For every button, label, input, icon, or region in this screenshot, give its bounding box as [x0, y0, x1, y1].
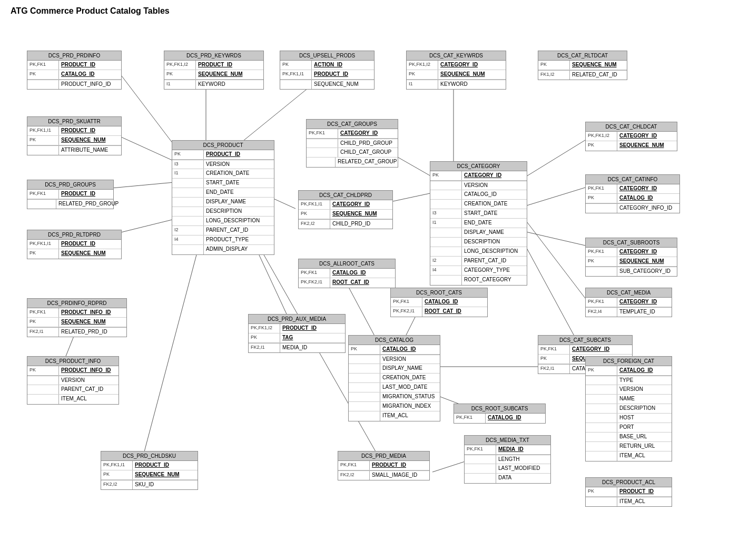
table-dcs-prd-chldsku: DCS_PRD_CHLDSKU PK,FK1,I1 PRODUCT_ID PK …: [101, 451, 198, 490]
table-dcs-cat-subroots: DCS_CAT_SUBROOTS PK,FK1 CATEGORY_ID PK S…: [585, 238, 677, 277]
table-header: DCS_PRD_CHLDSKU: [101, 451, 198, 461]
table-header: DCS_PRD_SKUATTR: [27, 117, 121, 126]
table-header: DCS_CAT_CHLDPRD: [299, 191, 392, 200]
svg-line-22: [142, 219, 206, 461]
table-header: DCS_CATALOG: [349, 336, 440, 345]
table-dcs-cat-chldcat: DCS_CAT_CHLDCAT PK,FK1,I2 CATEGORY_ID PK…: [585, 122, 677, 151]
table-dcs-cat-rltdcat: DCS_CAT_RLTDCAT PK SEQUENCE_NUM FK1,I2 R…: [538, 51, 627, 80]
table-dcs-cat-catinfo: DCS_CAT_CATINFO PK,FK1 CATEGORY_ID PK CA…: [585, 174, 680, 213]
table-dcs-cat-groups: DCS_CAT_GROUPS PK,FK1 CATEGORY_ID CHILD_…: [306, 119, 398, 168]
table-header: DCS_PRD_AUX_MEDIA: [249, 315, 345, 324]
table-dcs-prd-aux-media: DCS_PRD_AUX_MEDIA PK,FK1,I2 PRODUCT_ID P…: [248, 314, 346, 353]
table-header: DCS_ROOT_CATS: [391, 288, 487, 298]
table-header: DCS_CAT_MEDIA: [586, 288, 672, 298]
table-header: DCS_UPSELL_PRODS: [280, 51, 374, 61]
table-header: DCS_CAT_SUBROOTS: [586, 238, 677, 248]
table-dcs-cat-media: DCS_CAT_MEDIA PK,FK1 CATEGORY_ID FK2,I4 …: [585, 288, 672, 317]
table-dcs-prdinfo-rdprd: DCS_PRDINFO_RDPRD PK,FK1 PRODUCT_INFO_ID…: [27, 298, 127, 337]
table-header: DCS_CAT_CHLDCAT: [586, 122, 677, 132]
table-header: DCS_PRD_KEYWRDS: [164, 51, 263, 61]
table-header: DCS_MEDIA_TXT: [465, 436, 550, 445]
table-dcs-cat-chldprd: DCS_CAT_CHLDPRD PK,FK1,I1 CATEGORY_ID PK…: [298, 190, 393, 229]
table-dcs-prd-prdinfo: DCS_PRD_PRDINFO PK,FK1 PRODUCT_ID PK CAT…: [27, 51, 122, 90]
table-header: DCS_PRODUCT_ACL: [586, 478, 672, 487]
table-header: DCS_CAT_GROUPS: [307, 120, 398, 129]
table-dcs-product: DCS_PRODUCT PK PRODUCT_ID I3 VERSION I1 …: [172, 140, 274, 255]
table-dcs-prd-rltdprd: DCS_PRD_RLTDPRD PK,FK1,I1 PRODUCT_ID PK …: [27, 230, 122, 259]
table-dcs-prd-keywrds: DCS_PRD_KEYWRDS PK,FK1,I2 PRODUCT_ID PK …: [164, 51, 264, 90]
table-header: DCS_CAT_RLTDCAT: [538, 51, 627, 61]
table-dcs-foreign-cat: DCS_FOREIGN_CAT PK CATALOG_ID TYPE VERSI…: [585, 356, 672, 461]
table-header: DCS_PRODUCT: [172, 141, 274, 150]
table-header: DCS_CAT_KEYWRDS: [407, 51, 506, 61]
table-header: DCS_CAT_SUBCATS: [538, 336, 632, 345]
table-dcs-product-acl: DCS_PRODUCT_ACL PK PRODUCT_ID ITEM_ACL: [585, 477, 672, 507]
table-header: DCS_PRD_RLTDPRD: [27, 230, 121, 240]
table-dcs-upsell-prods: DCS_UPSELL_PRODS PK ACTION_ID PK,FK1,I1 …: [280, 51, 374, 90]
table-header: DCS_FOREIGN_CAT: [586, 357, 672, 366]
table-dcs-prd-skuattr: DCS_PRD_SKUATTR PK,FK1,I1 PRODUCT_ID PK …: [27, 116, 122, 155]
table-header: DCS_CAT_CATINFO: [586, 175, 679, 184]
table-dcs-prd-groups: DCS_PRD_GROUPS PK,FK1 PRODUCT_ID RELATED…: [27, 180, 114, 209]
table-dcs-category: DCS_CATEGORY PK CATEGORY_ID VERSION CATA…: [430, 161, 527, 286]
table-dcs-catalog: DCS_CATALOG PK CATALOG_ID VERSION DISPLA…: [348, 335, 440, 421]
table-header: DCS_PRODUCT_INFO: [27, 357, 119, 366]
svg-line-3: [116, 135, 174, 161]
table-header: DCS_ROOT_SUBCATS: [454, 404, 545, 414]
table-dcs-root-cats: DCS_ROOT_CATS PK,FK1 CATALOG_ID PK,FK2,I…: [390, 288, 488, 317]
table-dcs-media-txt: DCS_MEDIA_TXT PK,FK1 MEDIA_ID LENGTH LAS…: [464, 435, 551, 484]
table-header: DCS_ALLROOT_CATS: [299, 259, 395, 269]
table-header: DCS_PRD_GROUPS: [27, 180, 113, 190]
table-dcs-product-info: DCS_PRODUCT_INFO PK PRODUCT_INFO_ID VERS…: [27, 356, 119, 405]
table-dcs-root-subcats: DCS_ROOT_SUBCATS PK,FK1 CATALOG_ID: [454, 404, 546, 424]
diagram-area: DCS_PRD_PRDINFO PK,FK1 PRODUCT_ID PK CAT…: [11, 19, 738, 556]
table-dcs-allroot-cats: DCS_ALLROOT_CATS PK,FK1 CATALOG_ID PK,FK…: [298, 259, 396, 288]
table-dcs-cat-keywrds: DCS_CAT_KEYWRDS PK,FK1,I2 CATEGORY_ID PK…: [406, 51, 506, 90]
page-title: ATG Commerce Product Catalog Tables: [0, 0, 749, 19]
table-header: DCS_PRD_PRDINFO: [27, 51, 121, 61]
table-dcs-prd-media: DCS_PRD_MEDIA PK,FK1 PRODUCT_ID FK2,I2 S…: [338, 451, 430, 480]
table-header: DCS_CATEGORY: [430, 162, 527, 171]
table-header: DCS_PRDINFO_RDPRD: [27, 299, 126, 308]
table-header: DCS_PRD_MEDIA: [338, 451, 429, 461]
